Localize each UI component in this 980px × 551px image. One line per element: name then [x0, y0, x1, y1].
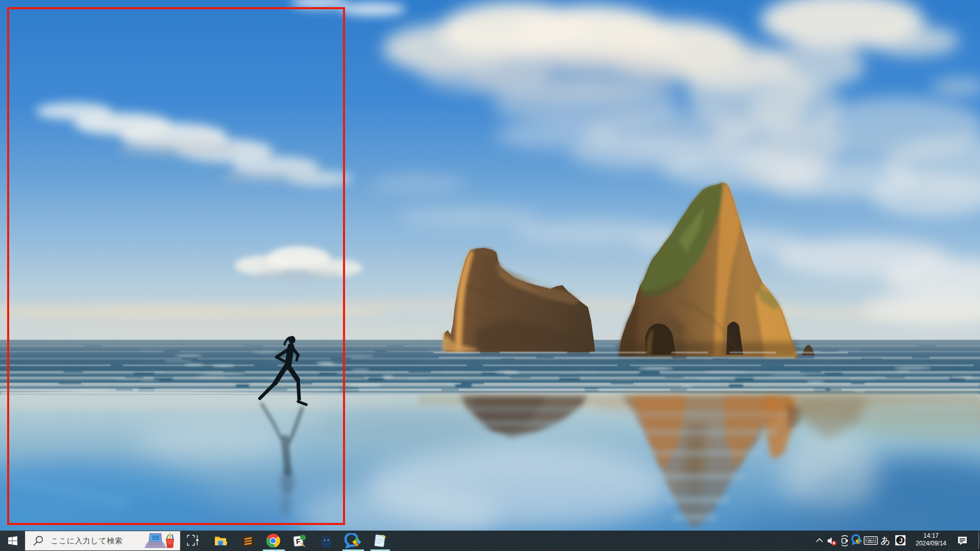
- svg-text:J: J: [899, 537, 902, 544]
